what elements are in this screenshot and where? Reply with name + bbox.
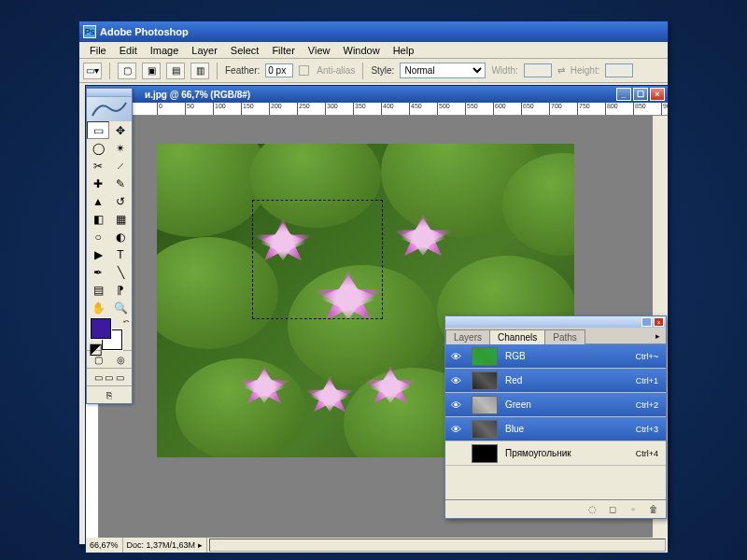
selection-add-button[interactable]: ▣ bbox=[142, 63, 161, 79]
menu-file[interactable]: File bbox=[83, 44, 113, 57]
foreground-color-swatch[interactable] bbox=[91, 318, 111, 339]
panel-close-button[interactable]: × bbox=[654, 317, 664, 327]
load-selection-button[interactable]: ◌ bbox=[585, 503, 599, 516]
photoshop-logo bbox=[87, 97, 132, 121]
channel-row-прямоугольник[interactable]: Прямоугольник Ctrl+4 bbox=[445, 441, 666, 466]
channel-shortcut: Ctrl+3 bbox=[636, 425, 666, 434]
app-title: Adobe Photoshop bbox=[100, 26, 664, 37]
panel-menu-button[interactable]: ▸ bbox=[651, 329, 664, 343]
swap-colors-icon[interactable]: ⤺ bbox=[123, 317, 130, 326]
hand-tool[interactable]: ✋ bbox=[87, 299, 109, 316]
tab-channels[interactable]: Channels bbox=[489, 329, 545, 344]
document-titlebar[interactable]: и.jpg @ 66,7% (RGB/8#) _ ☐ × bbox=[86, 86, 668, 103]
type-tool[interactable]: T bbox=[109, 245, 132, 263]
marquee-selection[interactable] bbox=[252, 200, 383, 319]
width-label: Width: bbox=[491, 65, 517, 76]
channel-name: Blue bbox=[503, 424, 636, 434]
save-selection-button[interactable]: ◻ bbox=[606, 503, 619, 516]
menu-window[interactable]: Window bbox=[337, 44, 387, 57]
height-input bbox=[605, 63, 633, 77]
feather-label: Feather: bbox=[225, 65, 260, 76]
menu-filter[interactable]: Filter bbox=[265, 44, 301, 57]
visibility-toggle[interactable]: 👁 bbox=[445, 375, 466, 386]
eyedropper-tool[interactable]: ⁋ bbox=[109, 281, 132, 299]
separator bbox=[217, 63, 218, 79]
ruler-horizontal[interactable]: 0501001502002503003504004505005506006507… bbox=[99, 103, 668, 116]
zoom-display[interactable]: 66,67% bbox=[86, 538, 123, 553]
brush-tool[interactable]: ✎ bbox=[109, 175, 132, 192]
panel-titlebar[interactable]: _ × bbox=[445, 316, 666, 328]
scrollbar-horizontal[interactable] bbox=[209, 539, 666, 552]
channel-row-green[interactable]: 👁 Green Ctrl+2 bbox=[445, 393, 666, 417]
dodge-tool[interactable]: ◐ bbox=[109, 228, 132, 245]
menu-select[interactable]: Select bbox=[224, 44, 266, 57]
channel-shortcut: Ctrl+4 bbox=[636, 449, 666, 458]
new-channel-button[interactable]: ▫ bbox=[627, 503, 640, 516]
toolbox[interactable]: ▭✥◯✴✂⟋✚✎▲↺◧▦○◐▶T✒╲▤⁋✋🔍 ⤺ ◩ ▢ ◎ ▭ ▭ ▭ ⎘ bbox=[86, 88, 133, 404]
menu-layer[interactable]: Layer bbox=[185, 44, 224, 57]
channels-panel[interactable]: _ × Layers Channels Paths ▸ 👁 RGB Ctrl+~… bbox=[444, 315, 667, 519]
doc-size-display[interactable]: Doc: 1,37M/1,63M ▸ bbox=[123, 538, 207, 553]
selection-subtract-button[interactable]: ▤ bbox=[166, 63, 185, 79]
visibility-toggle[interactable]: 👁 bbox=[445, 399, 466, 411]
channel-thumbnail bbox=[472, 347, 498, 366]
options-bar: ▭▾ ▢ ▣ ▤ ▥ Feather: Anti-alias Style: No… bbox=[79, 59, 668, 83]
menu-help[interactable]: Help bbox=[387, 44, 421, 57]
panel-tabs: Layers Channels Paths bbox=[445, 328, 666, 344]
document-title: и.jpg @ 66,7% (RGB/8#) bbox=[89, 90, 616, 100]
menu-edit[interactable]: Edit bbox=[113, 44, 144, 57]
line-tool[interactable]: ╲ bbox=[109, 263, 132, 281]
feather-input[interactable] bbox=[265, 63, 293, 77]
channel-name: Прямоугольник bbox=[503, 448, 636, 458]
marquee-mode-button[interactable]: ▭▾ bbox=[83, 63, 102, 79]
menu-view[interactable]: View bbox=[302, 44, 337, 57]
panel-footer: ◌ ◻ ▫ 🗑 bbox=[445, 499, 666, 518]
selection-intersect-button[interactable]: ▥ bbox=[190, 63, 209, 79]
visibility-toggle[interactable]: 👁 bbox=[445, 424, 466, 435]
history-brush-tool[interactable]: ↺ bbox=[109, 192, 132, 210]
default-colors-icon[interactable]: ◩ bbox=[89, 340, 98, 349]
gradient-tool[interactable]: ▦ bbox=[109, 210, 132, 228]
zoom-tool[interactable]: 🔍 bbox=[109, 299, 132, 316]
selection-new-button[interactable]: ▢ bbox=[118, 63, 136, 79]
close-button[interactable]: × bbox=[650, 88, 665, 101]
channel-row-rgb[interactable]: 👁 RGB Ctrl+~ bbox=[445, 344, 666, 369]
magic-wand-tool[interactable]: ✴ bbox=[109, 139, 132, 157]
channel-thumbnail bbox=[472, 420, 498, 439]
visibility-toggle[interactable]: 👁 bbox=[445, 351, 466, 362]
channel-shortcut: Ctrl+2 bbox=[636, 400, 666, 410]
slice-tool[interactable]: ⟋ bbox=[109, 157, 132, 175]
marquee-tool[interactable]: ▭ bbox=[87, 121, 109, 139]
crop-tool[interactable]: ✂ bbox=[87, 157, 109, 175]
app-titlebar[interactable]: Ps Adobe Photoshop bbox=[79, 21, 668, 42]
lasso-tool[interactable]: ◯ bbox=[87, 139, 109, 157]
channel-shortcut: Ctrl+~ bbox=[635, 352, 666, 361]
eraser-tool[interactable]: ◧ bbox=[87, 210, 109, 228]
minimize-button[interactable]: _ bbox=[616, 88, 631, 101]
swap-wh-icon: ⇄ bbox=[557, 65, 565, 76]
move-tool[interactable]: ✥ bbox=[109, 121, 132, 139]
maximize-button[interactable]: ☐ bbox=[633, 88, 648, 101]
notes-tool[interactable]: ▤ bbox=[87, 281, 109, 299]
channel-thumbnail bbox=[472, 371, 498, 390]
panel-minimize-button[interactable]: _ bbox=[641, 317, 652, 327]
tab-layers[interactable]: Layers bbox=[445, 329, 490, 344]
channel-row-red[interactable]: 👁 Red Ctrl+1 bbox=[445, 369, 666, 393]
healing-tool[interactable]: ✚ bbox=[87, 175, 109, 192]
separator bbox=[109, 63, 110, 79]
delete-channel-button[interactable]: 🗑 bbox=[647, 503, 660, 516]
blur-tool[interactable]: ○ bbox=[87, 228, 109, 245]
toolbox-grip[interactable] bbox=[87, 89, 132, 97]
channel-thumbnail bbox=[472, 396, 498, 414]
screen-mode-1-button[interactable]: ▭ ▭ ▭ bbox=[87, 369, 132, 385]
menu-image[interactable]: Image bbox=[144, 44, 186, 57]
stamp-tool[interactable]: ▲ bbox=[87, 192, 109, 210]
jump-to-button[interactable]: ⎘ bbox=[87, 386, 132, 403]
tab-paths[interactable]: Paths bbox=[544, 329, 585, 344]
path-select-tool[interactable]: ▶ bbox=[87, 245, 109, 263]
quickmask-mode-button[interactable]: ◎ bbox=[109, 351, 132, 368]
pen-tool[interactable]: ✒ bbox=[87, 263, 109, 281]
channel-row-blue[interactable]: 👁 Blue Ctrl+3 bbox=[445, 417, 666, 441]
style-select[interactable]: Normal bbox=[400, 63, 486, 78]
channel-name: Green bbox=[503, 399, 636, 410]
